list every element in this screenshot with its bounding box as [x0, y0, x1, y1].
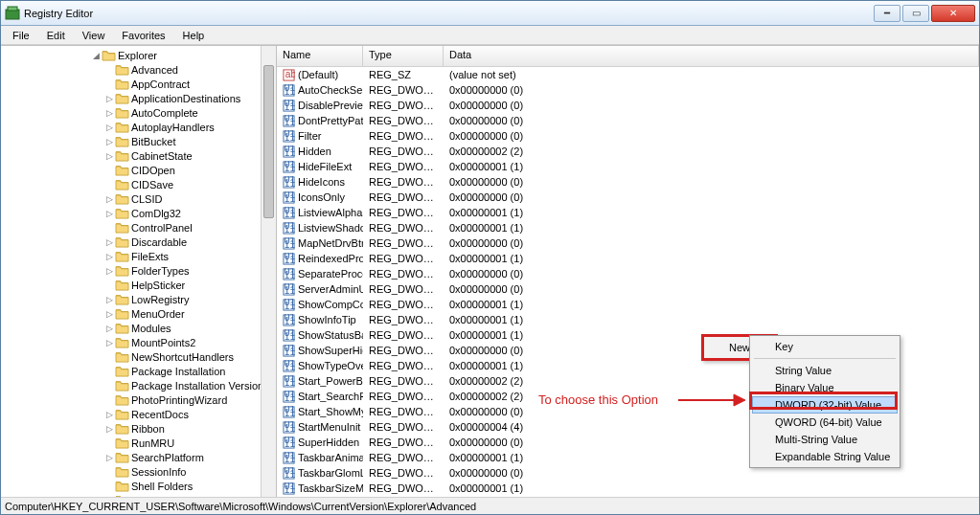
value-row[interactable]: 011110DisablePreviewD...REG_DWORD0x00000… — [277, 98, 979, 113]
minimize-button[interactable]: ━ — [874, 5, 900, 22]
svg-text:110: 110 — [285, 255, 295, 265]
tree-pane[interactable]: ◢ExplorerAdvancedAppContract▷Application… — [1, 46, 277, 497]
statusbar: Computer\HKEY_CURRENT_USER\Software\Micr… — [1, 497, 979, 514]
svg-text:110: 110 — [285, 362, 295, 372]
tree-item[interactable]: ▷Modules — [1, 321, 276, 335]
tree-item[interactable]: ▷ApplicationDestinations — [1, 91, 276, 105]
svg-text:ab: ab — [285, 69, 295, 79]
tree-item[interactable]: ▷Shutdown — [1, 493, 276, 497]
value-row[interactable]: 011110DontPrettyPathREG_DWORD0x00000000 … — [277, 113, 979, 128]
col-data[interactable]: Data — [444, 46, 979, 66]
svg-text:110: 110 — [285, 377, 295, 388]
tree-item[interactable]: ▷CabinetState — [1, 148, 276, 163]
column-headers[interactable]: Name Type Data — [277, 46, 979, 67]
tree-item[interactable]: ▷AutoComplete — [1, 105, 276, 120]
svg-text:110: 110 — [285, 408, 295, 418]
svg-text:110: 110 — [285, 347, 295, 357]
maximize-button[interactable]: ▭ — [902, 5, 929, 22]
context-submenu-new[interactable]: KeyString ValueBinary ValueDWORD (32-bit… — [749, 335, 900, 468]
tree-item[interactable]: CIDOpen — [1, 163, 276, 177]
value-row[interactable]: 011110HideFileExtREG_DWORD0x00000001 (1) — [277, 159, 979, 174]
tree-item[interactable]: ▷MountPoints2 — [1, 335, 276, 349]
tree-item[interactable]: Shell Folders — [1, 479, 276, 493]
tree-item[interactable]: ▷SearchPlatform — [1, 450, 276, 464]
ctx-item[interactable]: String Value — [752, 362, 898, 379]
ctx-item[interactable]: Multi-String Value — [752, 431, 898, 448]
close-button[interactable]: ✕ — [931, 5, 975, 22]
value-row[interactable]: 011110IconsOnlyREG_DWORD0x00000000 (0) — [277, 190, 979, 205]
col-type[interactable]: Type — [363, 46, 444, 66]
value-row[interactable]: 011110ListviewShadowREG_DWORD0x00000001 … — [277, 220, 979, 235]
value-row[interactable]: 011110HideIconsREG_DWORD0x00000000 (0) — [277, 174, 979, 190]
tree-item[interactable]: AppContract — [1, 77, 276, 91]
svg-text:110: 110 — [285, 101, 295, 112]
svg-text:110: 110 — [285, 86, 295, 97]
tree-item[interactable]: ▷ComDlg32 — [1, 206, 276, 220]
svg-text:110: 110 — [285, 163, 295, 173]
tree-item[interactable]: ▷CLSID — [1, 191, 276, 206]
menu-favorites[interactable]: Favorites — [114, 28, 172, 43]
window-title: Registry Editor — [24, 8, 872, 19]
tree-item[interactable]: SessionInfo — [1, 464, 276, 479]
tree-item[interactable]: ▷LowRegistry — [1, 292, 276, 306]
value-row[interactable]: 011110AutoCheckSelectREG_DWORD0x00000000… — [277, 82, 979, 98]
tree-item[interactable]: ▷BitBucket — [1, 134, 276, 148]
svg-text:110: 110 — [285, 423, 295, 434]
app-icon — [5, 6, 20, 21]
ctx-item[interactable]: Binary Value — [752, 379, 898, 396]
col-name[interactable]: Name — [277, 46, 363, 66]
svg-text:110: 110 — [285, 224, 295, 235]
tree-item[interactable]: NewShortcutHandlers — [1, 349, 276, 364]
svg-text:110: 110 — [285, 392, 295, 403]
tree-scrollbar[interactable] — [261, 46, 276, 497]
menu-edit[interactable]: Edit — [39, 28, 73, 43]
tree-item[interactable]: ▷RecentDocs — [1, 407, 276, 421]
annotation-arrow-icon — [678, 392, 745, 408]
value-row[interactable]: 011110SeparateProcessREG_DWORD0x00000000… — [277, 266, 979, 281]
tree-item[interactable]: Package Installation Version — [1, 378, 276, 392]
tree-item-explorer[interactable]: ◢Explorer — [1, 48, 276, 62]
tree-item[interactable]: ▷FolderTypes — [1, 263, 276, 278]
titlebar[interactable]: Registry Editor ━ ▭ ✕ — [1, 1, 979, 26]
value-row[interactable]: 011110ShowInfoTipREG_DWORD0x00000001 (1) — [277, 312, 979, 327]
tree-item[interactable]: CIDSave — [1, 177, 276, 191]
statusbar-path: Computer\HKEY_CURRENT_USER\Software\Micr… — [5, 501, 476, 512]
tree-item[interactable]: ControlPanel — [1, 220, 276, 235]
ctx-item[interactable]: QWORD (64-bit) Value — [752, 414, 898, 431]
menu-file[interactable]: File — [5, 28, 37, 43]
svg-text:110: 110 — [285, 193, 295, 204]
tree-item[interactable]: ▷Ribbon — [1, 421, 276, 436]
svg-rect-1 — [8, 7, 17, 11]
value-row[interactable]: ab(Default)REG_SZ(value not set) — [277, 67, 979, 82]
value-row[interactable]: 011110HiddenREG_DWORD0x00000002 (2) — [277, 144, 979, 159]
svg-text:110: 110 — [285, 147, 295, 158]
ctx-item[interactable]: DWORD (32-bit) Value — [752, 396, 898, 414]
tree-item[interactable]: ▷FileExts — [1, 249, 276, 263]
value-row[interactable]: 011110FilterREG_DWORD0x00000000 (0) — [277, 128, 979, 144]
value-row[interactable]: 011110ReindexedProfileREG_DWORD0x0000000… — [277, 251, 979, 266]
tree-item[interactable]: ▷Discardable — [1, 235, 276, 249]
value-row[interactable]: 011110ListviewAlphaSe...REG_DWORD0x00000… — [277, 205, 979, 220]
ctx-item[interactable]: Key — [752, 338, 898, 355]
svg-text:110: 110 — [285, 331, 295, 342]
ctx-item[interactable]: Expandable String Value — [752, 448, 898, 465]
svg-text:110: 110 — [285, 316, 295, 326]
tree-item[interactable]: ▷MenuOrder — [1, 306, 276, 321]
menu-help[interactable]: Help — [175, 28, 213, 43]
svg-text:110: 110 — [285, 132, 295, 143]
tree-item[interactable]: HelpSticker — [1, 278, 276, 292]
value-row[interactable]: 011110MapNetDrvBtnREG_DWORD0x00000000 (0… — [277, 235, 979, 251]
menu-view[interactable]: View — [75, 28, 113, 43]
value-row[interactable]: 011110ServerAdminUIREG_DWORD0x00000000 (… — [277, 281, 979, 297]
value-row[interactable]: 011110TaskbarSizeMoveREG_DWORD0x00000001… — [277, 481, 979, 496]
svg-marker-92 — [734, 394, 745, 406]
tree-item[interactable]: Package Installation — [1, 364, 276, 378]
tree-item[interactable]: PhotoPrintingWizard — [1, 392, 276, 407]
svg-text:110: 110 — [285, 285, 295, 296]
tree-item[interactable]: Advanced — [1, 62, 276, 77]
svg-text:110: 110 — [285, 117, 295, 127]
value-row[interactable]: 011110ShowCompColorREG_DWORD0x00000001 (… — [277, 297, 979, 312]
svg-text:110: 110 — [285, 239, 295, 250]
tree-item[interactable]: RunMRU — [1, 436, 276, 450]
tree-item[interactable]: ▷AutoplayHandlers — [1, 120, 276, 134]
